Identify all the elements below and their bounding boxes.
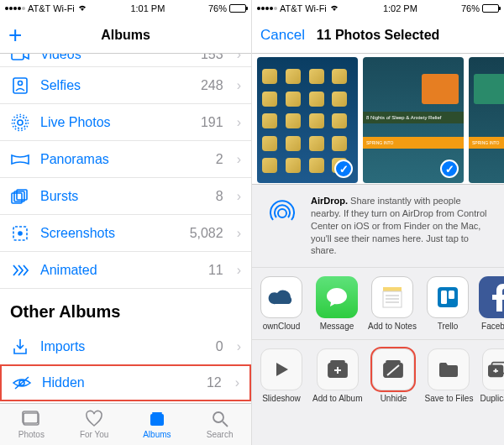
svg-point-10 [18, 232, 22, 235]
svg-point-17 [213, 412, 223, 422]
battery-pct-label: 76% [461, 3, 480, 13]
albums-list[interactable]: Videos 153 › Selfies 248 › Live Photos 1… [0, 54, 251, 403]
album-row-imports[interactable]: Imports 0 › [0, 328, 251, 365]
album-label: Panoramas [40, 152, 206, 167]
svg-point-3 [18, 120, 23, 125]
carrier-label: AT&T Wi-Fi [28, 3, 75, 13]
svg-rect-15 [150, 414, 164, 426]
add-album-button[interactable]: + [8, 24, 22, 47]
album-row-pano[interactable]: Panoramas 2 › [0, 141, 251, 178]
tab-label: For You [80, 430, 108, 439]
video-icon [10, 54, 30, 65]
share-app-message[interactable]: Message [312, 276, 361, 331]
svg-rect-0 [12, 54, 24, 60]
album-count: 5,082 [190, 226, 223, 241]
add-album-icon [317, 348, 359, 390]
duplicate-icon [482, 348, 504, 390]
share-apps-row[interactable]: ownCloud Message Add to Notes [252, 268, 504, 340]
status-bar: AT&T Wi-Fi 1:02 PM 76% [252, 0, 504, 17]
album-label: Imports [40, 339, 206, 354]
selected-checkmark-icon [334, 160, 353, 178]
action-duplicate[interactable]: Duplicate [480, 348, 504, 403]
imports-icon [10, 337, 30, 357]
tab-photos[interactable]: Photos [0, 404, 63, 445]
wifi-icon [329, 3, 339, 13]
share-app-trello[interactable]: Trello [423, 276, 472, 331]
status-bar: AT&T Wi-Fi 1:01 PM 76% [0, 0, 251, 17]
section-other-albums: Other Albums [0, 289, 251, 328]
actions-row[interactable]: Slideshow Add to Album Unhide Save to Fi… [252, 340, 504, 411]
airdrop-text: AirDrop. Share instantly with people nea… [311, 195, 492, 257]
chevron-right-icon: › [237, 263, 241, 278]
airdrop-row[interactable]: AirDrop. Share instantly with people nea… [252, 185, 504, 268]
share-label: Add to Notes [368, 322, 417, 331]
album-row-animated[interactable]: Animated 11 › [0, 252, 251, 289]
chevron-right-icon: › [237, 339, 241, 354]
battery-icon [229, 4, 246, 13]
album-row-screenshots[interactable]: Screenshots 5,082 › [0, 215, 251, 252]
chevron-right-icon: › [237, 189, 241, 204]
share-label: Message [320, 322, 354, 331]
carrier-label: AT&T Wi-Fi [280, 3, 327, 13]
album-count: 2 [216, 152, 223, 167]
clock-label: 1:01 PM [130, 3, 165, 13]
svg-rect-16 [152, 412, 162, 414]
svg-rect-31 [331, 361, 344, 363]
photo-thumbnail[interactable]: 8 Nights of Sleep & Anxiety Relief SPRIN… [363, 57, 464, 183]
action-unhide[interactable]: Unhide [369, 348, 417, 403]
action-label: Unhide [381, 394, 407, 403]
action-add-to-album[interactable]: Add to Album [312, 348, 362, 403]
action-label: Save to Files [425, 394, 474, 403]
album-count: 153 [201, 54, 223, 62]
action-label: Add to Album [312, 394, 362, 403]
action-save-to-files[interactable]: Save to Files [424, 348, 473, 403]
svg-point-2 [18, 81, 23, 85]
action-label: Duplicate [480, 394, 504, 403]
album-count: 248 [201, 78, 223, 93]
selected-photos-strip[interactable]: 8 Nights of Sleep & Anxiety Relief SPRIN… [252, 54, 504, 184]
cancel-button[interactable]: Cancel [260, 27, 305, 44]
album-row-bursts[interactable]: Bursts 8 › [0, 178, 251, 215]
svg-rect-33 [386, 361, 400, 363]
photo-thumbnail[interactable]: SPRING INTO [469, 57, 504, 183]
action-slideshow[interactable]: Slideshow [257, 348, 306, 403]
nav-title: Albums [0, 28, 251, 43]
albums-screen: AT&T Wi-Fi 1:01 PM 76% + Albums Videos 1… [0, 0, 252, 445]
album-row-live[interactable]: Live Photos 191 › [0, 104, 251, 141]
photo-thumbnail[interactable] [257, 57, 358, 183]
svg-line-18 [223, 421, 228, 427]
live-photos-icon [10, 113, 30, 133]
album-label: Videos [40, 54, 191, 62]
album-count: 0 [216, 339, 223, 354]
album-row-videos[interactable]: Videos 153 › [0, 54, 251, 67]
svg-rect-25 [438, 287, 458, 307]
tab-label: Search [207, 430, 234, 439]
tab-search[interactable]: Search [188, 404, 251, 445]
play-icon [260, 348, 302, 390]
airdrop-icon [264, 195, 301, 232]
action-label: Slideshow [262, 394, 301, 403]
share-app-facebook[interactable]: Facebook [479, 276, 504, 331]
album-count: 11 [208, 263, 223, 278]
signal-icon [257, 7, 277, 10]
burst-icon [10, 186, 30, 207]
album-label: Animated [40, 263, 198, 278]
album-label: Selfies [40, 78, 191, 93]
nav-bar: Cancel 11 Photos Selected [252, 17, 504, 54]
tab-label: Albums [143, 430, 171, 439]
album-row-selfies[interactable]: Selfies 248 › [0, 67, 251, 104]
album-row-hidden[interactable]: Hidden 12 › [0, 364, 251, 401]
album-count: 191 [201, 115, 223, 130]
chevron-right-icon: › [237, 54, 241, 62]
battery-pct-label: 76% [208, 3, 227, 13]
unhide-icon [372, 348, 414, 390]
chevron-right-icon: › [237, 226, 241, 241]
tab-albums[interactable]: Albums [126, 404, 189, 445]
album-label: Bursts [40, 189, 206, 204]
share-app-notes[interactable]: Add to Notes [368, 276, 417, 331]
share-app-owncloud[interactable]: ownCloud [257, 276, 306, 331]
selfie-icon [10, 76, 30, 96]
tab-foryou[interactable]: For You [63, 404, 126, 445]
album-count: 8 [216, 189, 223, 204]
tab-label: Photos [18, 430, 45, 439]
